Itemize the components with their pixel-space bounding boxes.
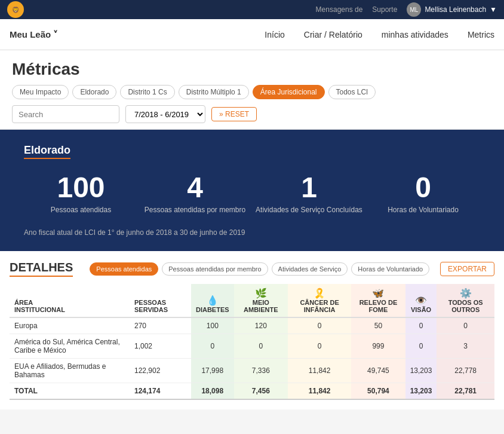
nav-link-inicio[interactable]: Início — [265, 30, 284, 39]
row-1-fome: 999 — [351, 334, 405, 359]
row-1-cancer: 0 — [288, 334, 351, 359]
user-avatar: ML — [407, 2, 421, 17]
col-header-pessoas-label: PESSOAS SERVIDAS — [134, 299, 168, 313]
hero-stat-label-2: Atividades de Serviço Concluídas — [252, 206, 366, 214]
topbar-user: ML Mellisa Leinenbach ▼ — [407, 2, 497, 17]
nav-links: Início Criar / Relatório minhas atividad… — [265, 30, 494, 39]
col-header-visao-label: VISÃO — [411, 306, 431, 313]
row-2-outros: 22,778 — [437, 359, 494, 383]
filter-tab-areajurisdicional[interactable]: Área Jurisdicional — [253, 85, 325, 99]
hero-stat-label-3: Horas de Voluntariado — [366, 206, 480, 214]
search-input[interactable] — [12, 105, 119, 123]
nav-brand-chevron: ˅ — [53, 29, 58, 40]
hero-stat-value-0: 100 — [24, 173, 138, 202]
hero-footer: Ano fiscal atual de LCI de 1° de junho d… — [24, 228, 480, 237]
lions-logo: 🦁 — [7, 1, 24, 18]
hero-stat-1: 4 Pessoas atendidas por membro — [138, 173, 252, 214]
col-header-cancer-label: CÂNCER DE INFÂNCIA — [300, 299, 339, 313]
diabetes-icon: 💧 — [207, 295, 219, 305]
table-row: Europa 270 100 120 0 50 0 0 — [10, 317, 494, 334]
col-header-ambiente: 🌿 MEIO AMBIENTE — [234, 284, 288, 317]
col-header-diabetes: 💧 DIABETES — [191, 284, 234, 317]
fome-icon: 🦋 — [372, 288, 384, 298]
col-header-pessoas: PESSOAS SERVIDAS — [130, 284, 191, 317]
filter-tab-meuimpacto[interactable]: Meu Impacto — [12, 85, 69, 99]
filter-tab-distritomultiplo[interactable]: Distrito Múltiplo 1 — [179, 85, 249, 99]
topbar-left: 🦁 — [7, 1, 24, 18]
details-section: DETALHES Pessoas atendidas Pessoas atend… — [0, 251, 504, 409]
col-header-area-label: ÁREAINSTITUCIONAL — [14, 299, 65, 313]
details-tabs: Pessoas atendidas Pessoas atendidas por … — [90, 262, 433, 276]
date-select[interactable]: 7/2018 - 6/2019 — [125, 105, 205, 123]
row-0-diabetes: 100 — [191, 317, 234, 334]
hero-stat-value-1: 4 — [138, 173, 252, 202]
row-0-outros: 0 — [437, 317, 494, 334]
details-tab-pormembro[interactable]: Pessoas atendidas por membro — [162, 262, 268, 276]
page-header: Métricas Meu Impacto Eldorado Distrito 1… — [0, 50, 504, 130]
row-1-diabetes: 0 — [191, 334, 234, 359]
user-name: Mellisa Leinenbach — [425, 5, 486, 14]
col-header-cancer: 🎗️ CÂNCER DE INFÂNCIA — [288, 284, 351, 317]
col-header-area: ÁREAINSTITUCIONAL — [10, 284, 130, 317]
col-header-diabetes-label: DIABETES — [196, 306, 229, 313]
hero-stat-2: 1 Atividades de Serviço Concluídas — [252, 173, 366, 214]
hero-stat-label-0: Pessoas atendidas — [24, 206, 138, 214]
hero-title: Eldorado — [24, 144, 70, 159]
filter-tab-distrito1cs[interactable]: Distrito 1 Cs — [120, 85, 174, 99]
col-header-ambiente-label: MEIO AMBIENTE — [244, 299, 278, 313]
row-2-pessoas: 122,902 — [130, 359, 191, 383]
row-1-visao: 0 — [405, 334, 437, 359]
nav-link-atividades[interactable]: minhas atividades — [382, 30, 448, 39]
row-2-visao: 13,203 — [405, 359, 437, 383]
hero-section: Eldorado 100 Pessoas atendidas 4 Pessoas… — [0, 130, 504, 251]
row-total-area: TOTAL — [10, 383, 130, 400]
filter-tabs: Meu Impacto Eldorado Distrito 1 Cs Distr… — [12, 85, 492, 99]
nav-brand[interactable]: Meu Leão ˅ — [10, 29, 58, 40]
row-total-diabetes: 18,098 — [191, 383, 234, 400]
row-1-outros: 3 — [437, 334, 494, 359]
row-1-area: América do Sul, América Central, Caribe … — [10, 334, 130, 359]
row-2-ambiente: 7,336 — [234, 359, 288, 383]
filter-row: 7/2018 - 6/2019 » RESET — [12, 105, 492, 123]
row-2-fome: 49,745 — [351, 359, 405, 383]
col-header-fome-label: RELEVO DE FOME — [359, 299, 398, 313]
hero-stat-3: 0 Horas de Voluntariado — [366, 173, 480, 214]
details-tab-horas[interactable]: Horas de Voluntariado — [351, 262, 429, 276]
row-0-pessoas: 270 — [130, 317, 191, 334]
col-header-outros: ⚙️ TODOS OS OUTROS — [437, 284, 494, 317]
details-tab-pessoas[interactable]: Pessoas atendidas — [90, 262, 158, 276]
export-button[interactable]: EXPORTAR — [440, 262, 494, 276]
row-1-pessoas: 1,002 — [130, 334, 191, 359]
nav-link-criar[interactable]: Criar / Relatório — [304, 30, 362, 39]
topbar-messages: Mensagens de — [316, 5, 363, 14]
nav-link-metrics[interactable]: Metrics — [468, 30, 494, 39]
hero-stat-label-1: Pessoas atendidas por membro — [138, 206, 252, 214]
row-total-cancer: 11,842 — [288, 383, 351, 400]
filter-tab-todoslci[interactable]: Todos LCl — [328, 85, 376, 99]
table-row: América do Sul, América Central, Caribe … — [10, 334, 494, 359]
reset-button[interactable]: » RESET — [211, 107, 257, 121]
row-2-diabetes: 17,998 — [191, 359, 234, 383]
topbar: 🦁 Mensagens de Suporte ML Mellisa Leinen… — [0, 0, 504, 19]
hero-stat-value-2: 1 — [252, 173, 366, 202]
nav-brand-label: Meu Leão — [10, 29, 51, 39]
ambiente-icon: 🌿 — [255, 288, 267, 298]
row-total-ambiente: 7,456 — [234, 383, 288, 400]
hero-stat-0: 100 Pessoas atendidas — [24, 173, 138, 214]
outros-icon: ⚙️ — [460, 288, 472, 298]
row-total-outros: 22,781 — [437, 383, 494, 400]
row-total-pessoas: 124,174 — [130, 383, 191, 400]
cancer-icon: 🎗️ — [314, 288, 325, 298]
col-header-visao: 👁️ VISÃO — [405, 284, 437, 317]
row-total-visao: 13,203 — [405, 383, 437, 400]
row-0-area: Europa — [10, 317, 130, 334]
details-tab-atividades[interactable]: Atividades de Serviço — [272, 262, 348, 276]
user-chevron: ▼ — [490, 5, 497, 14]
user-initials: ML — [410, 7, 418, 13]
data-table: ÁREAINSTITUCIONAL PESSOAS SERVIDAS 💧 DIA… — [10, 284, 494, 400]
row-2-cancer: 11,842 — [288, 359, 351, 383]
topbar-support[interactable]: Suporte — [372, 5, 397, 14]
row-0-cancer: 0 — [288, 317, 351, 334]
filter-tab-eldorado[interactable]: Eldorado — [72, 85, 116, 99]
details-header: DETALHES Pessoas atendidas Pessoas atend… — [10, 261, 494, 277]
